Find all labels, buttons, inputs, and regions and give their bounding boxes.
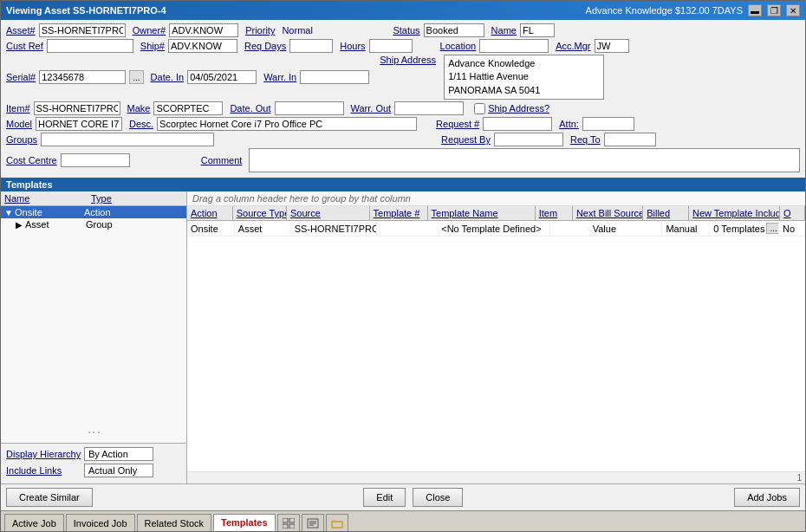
cost-centre-label: Cost Centre [6,155,57,165]
tab-icon-3[interactable] [326,514,348,531]
tab-invoiced-job[interactable]: Invoiced Job [66,514,135,531]
tab-icon-1[interactable] [277,514,300,531]
requestnum-label: Request # [436,119,479,129]
title-bar-right: Advance Knowledge $132.00 7DAYS ▬ ❐ ✕ [586,4,800,16]
custref-label: Cust Ref [6,41,43,51]
left-panel: Name Type ▼ Onsite Action ▶ Asset Group [1,191,187,483]
form-area: Asset# Owner# Priority Normal Status Nam… [1,20,805,178]
center-buttons: Edit Close [363,488,463,507]
tab-icon-2[interactable] [302,514,324,531]
tree-item-onsite[interactable]: ▼ Onsite Action [1,206,186,218]
groups-input[interactable] [41,133,214,146]
grid-row-1[interactable]: Onsite Asset SS-HORNETI7PRO-4 <No Templa… [187,221,805,237]
priority-label: Priority [245,25,275,36]
include-links-input[interactable] [84,464,153,477]
display-hierarchy-input[interactable] [84,447,153,461]
name-col-header: Name [4,193,91,204]
grid-body: Onsite Asset SS-HORNETI7PRO-4 <No Templa… [187,221,805,471]
row1-billed: Manual [662,222,710,236]
edit-button[interactable]: Edit [363,488,406,507]
o-col-header: O [780,206,805,220]
expand-icon-asset[interactable]: ▶ [13,220,25,230]
main-content: Name Type ▼ Onsite Action ▶ Asset Group [1,191,805,483]
scroll-indicator: 1 [187,471,805,483]
make-label: Make [127,103,151,114]
attn-input[interactable] [582,117,634,131]
accmgr-input[interactable] [595,39,629,53]
row1-templatenum [377,227,438,230]
restore-button[interactable]: ❐ [767,4,781,16]
location-input[interactable] [479,39,549,53]
warrout-label: Warr. Out [351,103,392,114]
ship-input[interactable] [168,39,237,53]
asset-input[interactable] [39,23,126,37]
tree-area: ▼ Onsite Action ▶ Asset Group [1,206,186,422]
dateout-input[interactable] [275,101,344,115]
serial-ellipsis-button[interactable]: ... [129,70,143,84]
status-input[interactable] [424,23,484,37]
row1-source: SS-HORNETI7PRO-4 [291,222,378,236]
row1-newtemplates: 0 Templates ... [710,221,779,236]
reqdays-input[interactable] [289,39,333,53]
model-input[interactable] [36,117,122,131]
accmgr-label: Acc.Mgr [556,41,590,51]
location-label: Location [440,41,477,51]
ship-label: Ship# [140,41,165,51]
cost-centre-input[interactable] [61,153,130,167]
datein-input[interactable] [187,70,257,84]
create-similar-button[interactable]: Create Similar [6,488,93,507]
warrin-label: Warr. In [263,72,296,82]
warrin-input[interactable] [300,70,369,84]
row1-sourcetype: Asset [235,222,291,236]
svg-rect-8 [332,522,342,528]
model-label: Model [6,119,32,129]
templates-section-header: Templates [1,178,805,191]
name-input[interactable] [520,23,555,37]
attn-label: Attn: [559,119,579,129]
close-button[interactable]: Close [413,488,463,507]
make-input[interactable] [153,101,223,115]
tree-item-asset[interactable]: ▶ Asset Group [1,218,186,230]
desc-label: Desc. [129,119,153,129]
row1-templates-count: 0 Templates [713,224,764,234]
owner-input[interactable] [169,23,238,37]
expand-icon-onsite[interactable]: ▼ [3,208,15,217]
reqdays-label: Req Days [244,41,286,51]
window-title: Viewing Asset SS-HORNETI7PRO-4 [6,5,166,16]
left-buttons: Create Similar [6,488,93,507]
svg-rect-3 [289,524,295,529]
reqto-input[interactable] [604,133,656,146]
serial-input[interactable] [39,70,126,84]
grid-icon [283,518,295,529]
requestnum-input[interactable] [483,117,552,131]
asset-type: Group [86,219,146,230]
dateout-label: Date. Out [230,103,270,114]
row1-action: Onsite [187,222,235,236]
templatenum-col-header: Template # [370,206,428,220]
document-icon [307,518,319,529]
ship-address-checkbox[interactable] [474,103,485,114]
minimize-button[interactable]: ▬ [748,4,762,16]
requestby-input[interactable] [494,133,563,146]
ship-address-section: Ship Address Advance Knowledge1/11 Hatti… [380,55,604,100]
resize-handle: ⋮ [1,422,186,443]
grid-header: Action Source Type Source Template # Tem… [187,206,805,221]
comment-input[interactable] [249,148,800,172]
svg-rect-0 [283,518,288,522]
close-window-button[interactable]: ✕ [786,4,800,16]
tab-related-stock[interactable]: Related Stock [137,514,211,531]
hours-input[interactable] [369,39,413,53]
onsite-label: Onsite [15,207,84,217]
tree-header: Name Type [1,191,186,206]
tab-active-job[interactable]: Active Job [4,514,64,531]
title-bar: Viewing Asset SS-HORNETI7PRO-4 Advance K… [1,1,805,20]
row1-dots-button[interactable]: ... [766,223,779,234]
ship-address-check-label: Ship Address? [488,103,549,114]
warrout-input[interactable] [394,101,464,115]
item-input[interactable] [34,101,120,115]
desc-input[interactable] [157,117,417,131]
asset-label: Asset# [6,25,36,36]
add-jobs-button[interactable]: Add Jobs [734,488,800,507]
custref-input[interactable] [47,39,133,53]
tab-templates[interactable]: Templates [213,514,276,531]
